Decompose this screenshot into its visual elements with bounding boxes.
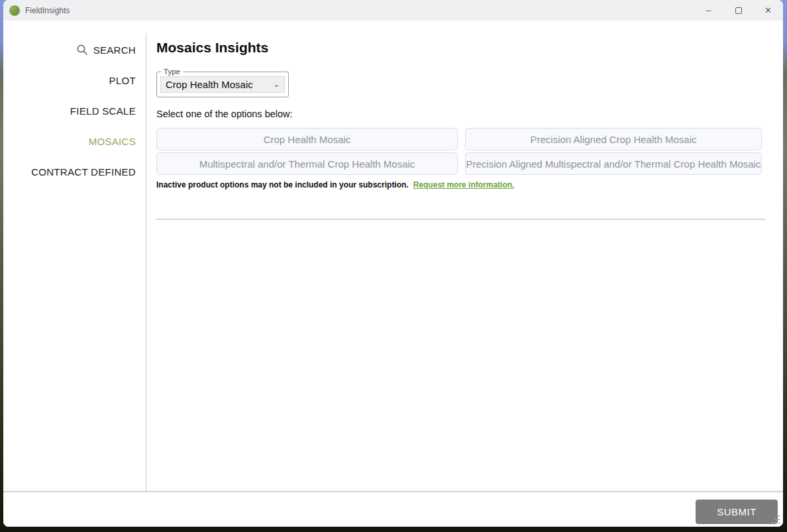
request-info-link[interactable]: Request more information. [413,180,515,189]
minimize-button[interactable]: – [694,0,723,21]
submit-button[interactable]: SUBMIT [696,500,778,524]
option-multispectral-thermal-crop-health-mosaic[interactable]: Multispectral and/or Thermal Crop Health… [156,152,458,175]
maximize-icon [735,7,742,14]
resize-grip[interactable] [770,514,781,525]
subscription-note: Inactive product options may not be incl… [156,180,409,189]
type-select-value: Crop Health Mosaic [166,79,253,90]
app-logo-icon [9,5,20,16]
type-fieldset: Type Crop Health Mosaic ⌄ [156,68,289,97]
content-area: SEARCH PLOT FIELD SCALE MOSAICS CONTRACT… [3,21,783,491]
titlebar[interactable]: FieldInsights – ✕ [3,0,783,21]
sidebar-item-mosaics[interactable]: MOSAICS [3,126,146,156]
sidebar-item-field-scale[interactable]: FIELD SCALE [3,95,146,126]
sidebar-item-label: FIELD SCALE [70,105,136,117]
chevron-down-icon: ⌄ [274,81,280,88]
app-window: FieldInsights – ✕ SEARCH PLOT [3,0,783,527]
footer-bar: SUBMIT [3,491,783,527]
subscription-note-row: Inactive product options may not be incl… [156,180,765,189]
window-title: FieldInsights [25,6,70,15]
type-select[interactable]: Crop Health Mosaic ⌄ [160,76,285,93]
maximize-button[interactable] [723,0,753,21]
content-divider [156,219,765,220]
page-title: Mosaics Insights [156,40,765,56]
sidebar-item-search[interactable]: SEARCH [3,34,146,65]
sidebar-item-contract-defined[interactable]: CONTRACT DEFINED [3,156,146,187]
sidebar-item-label: CONTRACT DEFINED [31,166,136,178]
window-controls: – ✕ [694,0,783,21]
option-precision-aligned-crop-health-mosaic[interactable]: Precision Aligned Crop Health Mosaic [465,128,762,150]
close-icon: ✕ [764,5,772,15]
minimize-icon: – [706,5,711,15]
options-prompt: Select one of the options below: [156,109,765,119]
main-panel: Mosaics Insights Type Crop Health Mosaic… [146,21,783,491]
search-icon [76,44,88,56]
sidebar: SEARCH PLOT FIELD SCALE MOSAICS CONTRACT… [3,21,146,491]
options-grid: Crop Health Mosaic Precision Aligned Cro… [156,128,765,175]
type-label: Type [161,68,183,76]
sidebar-item-label: SEARCH [93,44,136,56]
sidebar-item-plot[interactable]: PLOT [3,65,146,95]
option-crop-health-mosaic[interactable]: Crop Health Mosaic [156,128,458,150]
option-precision-aligned-multispectral-thermal-crop-health-mosaic[interactable]: Precision Aligned Multispectral and/or T… [465,152,762,175]
sidebar-item-label: PLOT [109,75,136,86]
sidebar-item-label: MOSAICS [89,136,136,147]
close-button[interactable]: ✕ [753,0,783,21]
